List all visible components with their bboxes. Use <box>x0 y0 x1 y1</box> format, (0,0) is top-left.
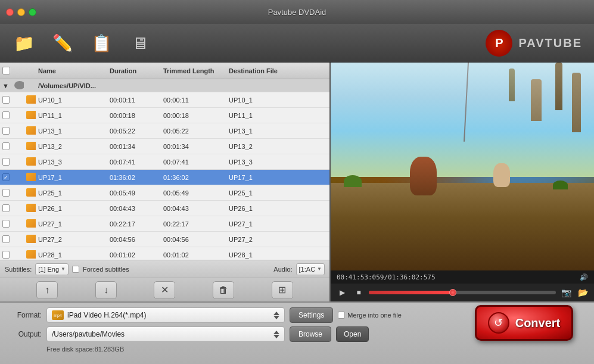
merge-checkbox-container[interactable]: Merge into one file <box>338 312 402 319</box>
edit-button[interactable]: ✏️ <box>48 29 77 57</box>
row-duration: 00:05:22 <box>107 127 161 135</box>
row-checkbox-cell <box>0 96 12 104</box>
convert-button[interactable]: ↺ Convert <box>475 305 573 341</box>
row-checkbox-cell <box>0 142 12 150</box>
logo-text: PAVTUBE <box>518 36 582 50</box>
row-trimmed: 00:04:43 <box>161 205 226 212</box>
settings-label: Settings <box>298 311 324 319</box>
row-folder-icon <box>24 111 36 120</box>
section-header-row[interactable]: ▼ /Volumes/UP/VID... <box>0 79 329 92</box>
row-name: UP13_3 <box>36 158 107 166</box>
disk-space: Free disk space:81.283GB <box>9 346 585 353</box>
split-icon: ⊞ <box>278 284 286 295</box>
window-controls[interactable] <box>6 8 36 16</box>
row-trimmed: 00:01:02 <box>161 251 226 259</box>
format-dropdown[interactable]: mp4 iPad Video H.264(*.mp4) <box>46 307 285 323</box>
folder-open-button[interactable]: 📂 <box>576 286 589 299</box>
row-checkbox-cell <box>0 204 12 212</box>
row-trimmed: 00:00:11 <box>161 97 226 104</box>
character-small <box>493 163 510 187</box>
move-up-button[interactable]: ↑ <box>36 281 58 299</box>
row-checkbox[interactable] <box>2 220 10 228</box>
window-title: Pavtube DVDAid <box>268 8 326 17</box>
header-checkbox[interactable] <box>0 67 12 74</box>
row-name: UP27_2 <box>36 236 107 243</box>
file-row[interactable]: UP27_100:22:1700:22:17UP27_1 <box>0 216 329 232</box>
list-button[interactable]: 📋 <box>86 29 116 57</box>
close-button[interactable] <box>6 8 14 16</box>
file-row[interactable]: UP13_200:01:3400:01:34UP13_2 <box>0 139 329 154</box>
character-large <box>410 157 437 195</box>
move-down-button[interactable]: ↓ <box>95 281 117 299</box>
row-checkbox-cell <box>0 251 12 259</box>
forced-subtitles-checkbox[interactable] <box>72 266 79 273</box>
row-trimmed: 01:36:02 <box>161 174 226 181</box>
screenshot-button[interactable]: 📷 <box>559 286 573 299</box>
row-checkbox[interactable] <box>2 96 10 104</box>
settings-button[interactable]: Settings <box>290 307 333 323</box>
file-row[interactable]: UP28_100:01:0200:01:02UP28_1 <box>0 247 329 260</box>
forced-subtitles-label: Forced subtitles <box>83 266 129 273</box>
row-checkbox[interactable] <box>2 158 10 166</box>
row-checkbox[interactable] <box>2 173 10 181</box>
row-folder-icon <box>24 219 36 229</box>
open-folder-button[interactable]: 📁 <box>9 29 39 57</box>
output-value: /Users/pavtube/Movies <box>52 330 125 338</box>
file-row[interactable]: UP13_300:07:4100:07:41UP13_3 <box>0 154 329 170</box>
row-folder-icon <box>24 188 36 198</box>
open-button[interactable]: Open <box>336 326 369 342</box>
row-trimmed: 00:07:41 <box>161 158 226 166</box>
row-checkbox[interactable] <box>2 235 10 243</box>
file-row[interactable]: UP26_100:04:4300:04:43UP26_1 <box>0 201 329 216</box>
delete-button[interactable]: 🗑 <box>213 281 234 299</box>
row-duration: 00:04:43 <box>107 205 161 212</box>
row-dest: UP13_2 <box>226 143 316 150</box>
progress-bar[interactable] <box>369 291 556 294</box>
row-folder-icon <box>24 204 36 213</box>
row-checkbox[interactable] <box>2 111 10 119</box>
row-dest: UP28_1 <box>226 251 316 259</box>
row-checkbox[interactable] <box>2 142 10 150</box>
output-dropdown[interactable]: /Users/pavtube/Movies <box>46 326 285 342</box>
row-name: UP28_1 <box>36 251 107 259</box>
brand-logo: P PAVTUBE <box>486 30 582 57</box>
subtitle-dropdown[interactable]: [1] Eng ▼ <box>35 263 69 275</box>
file-row[interactable]: UP25_100:05:4900:05:49UP25_1 <box>0 185 329 201</box>
row-name: UP13_2 <box>36 143 107 150</box>
row-checkbox[interactable] <box>2 251 10 259</box>
merge-checkbox[interactable] <box>338 312 345 319</box>
file-row[interactable]: UP10_100:00:1100:00:11UP10_1 <box>0 92 329 108</box>
audio-dropdown[interactable]: [1:AC ▼ <box>296 263 325 275</box>
row-checkbox[interactable] <box>2 127 10 135</box>
row-checkbox[interactable] <box>2 204 10 212</box>
row-checkbox[interactable] <box>2 189 10 197</box>
file-row[interactable]: UP17_101:36:0201:36:02UP17_1 <box>0 170 329 185</box>
browse-button[interactable]: Browse <box>290 326 331 342</box>
list-icon: 📋 <box>91 33 112 53</box>
row-folder-icon <box>24 173 36 182</box>
minimize-button[interactable] <box>17 8 25 16</box>
file-row[interactable]: UP13_100:05:2200:05:22UP13_1 <box>0 123 329 139</box>
play-button[interactable]: ▶ <box>335 286 349 299</box>
scene-sky <box>331 63 594 177</box>
file-list[interactable]: ▼ /Volumes/UP/VID... UP10_100:00:1100:00… <box>0 79 329 260</box>
row-duration: 00:05:49 <box>107 189 161 197</box>
file-row[interactable]: UP27_200:04:5600:04:56UP27_2 <box>0 232 329 247</box>
volume-icon[interactable]: 🔊 <box>580 273 588 281</box>
select-all-checkbox[interactable] <box>2 67 10 74</box>
maximize-button[interactable] <box>29 8 36 16</box>
row-folder-icon <box>24 157 36 167</box>
row-name: UP10_1 <box>36 97 107 104</box>
split-button[interactable]: ⊞ <box>272 281 293 299</box>
row-checkbox-cell <box>0 173 12 181</box>
convert-button-inner: ↺ Convert <box>488 312 561 334</box>
row-trimmed: 00:01:34 <box>161 143 226 150</box>
arrow-down-icon <box>273 316 279 319</box>
search-monitor-button[interactable]: 🖥 <box>125 29 155 57</box>
remove-button[interactable]: ✕ <box>154 281 175 299</box>
row-folder-icon <box>24 126 36 136</box>
progress-thumb[interactable] <box>449 289 456 296</box>
file-row[interactable]: UP11_100:00:1800:00:18UP11_1 <box>0 108 329 123</box>
format-file-icon: mp4 <box>52 310 64 320</box>
stop-button[interactable]: ■ <box>352 286 365 299</box>
